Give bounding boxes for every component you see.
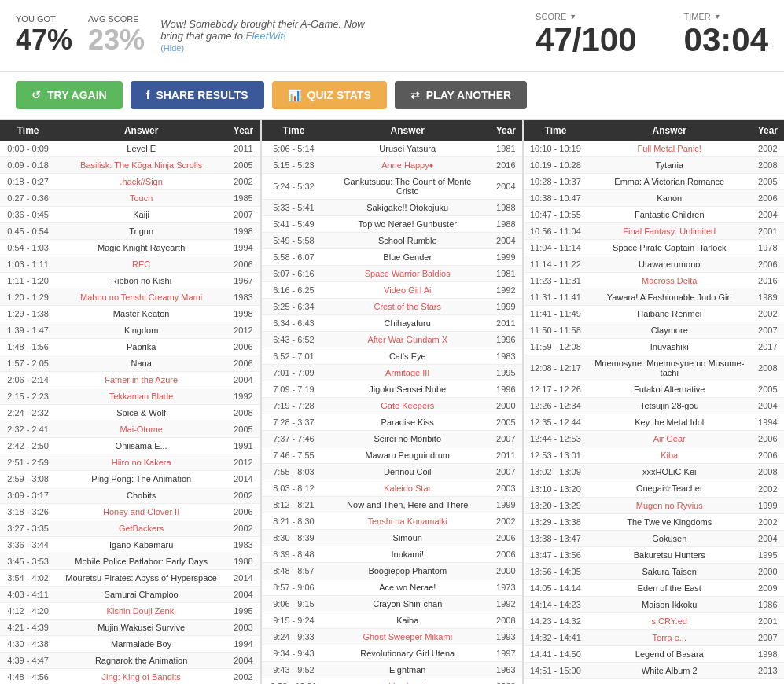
year-cell: 2008 [752,464,784,480]
table-row: 11:31 - 11:41Yawara! A Fashionable Judo … [524,289,784,306]
table-row: 8:30 - 8:39Simoun2006 [262,530,522,546]
answer-cell: Kishin Douji Zenki [56,603,226,620]
answer-cell: After War Gundam X [326,332,490,348]
time-cell: 2:51 - 2:59 [0,454,56,471]
table-row: 5:24 - 5:32Gankutsuou: The Count of Mont… [262,174,522,200]
answer-cell: Terra e... [587,630,752,646]
facebook-icon: f [146,89,150,101]
time-cell: 2:59 - 3:08 [0,471,56,487]
answer-cell: Bakuretsu Hunters [587,547,752,564]
you-got-value: 47% [16,24,72,57]
time-cell: 8:48 - 8:57 [262,563,326,579]
answer-cell: Mnemosyne: Mnemosyne no Musume-tachi [587,355,752,381]
time-cell: 0:36 - 0:45 [0,207,56,223]
column-group-2: Time Answer Year 5:06 - 5:14Urusei Yatsu… [262,120,522,684]
table-row: 8:57 - 9:06Ace wo Nerae!1973 [262,579,522,596]
year-cell: 1983 [226,289,260,306]
table-row: 5:41 - 5:49Top wo Nerae! Gunbuster1988 [262,216,522,233]
year-cell: 2006 [226,256,260,273]
answer-cell: Mouretsu Pirates: Abyss of Hyperspace [56,570,226,587]
year-cell: 1999 [752,498,784,514]
col2-time-header: Time [262,120,326,141]
year-cell: 1999 [490,299,522,315]
table-row: 12:17 - 12:26Futakoi Alternative2005 [524,381,784,398]
answer-cell: .hack//Sign [56,174,226,190]
answer-cell: Key the Metal Idol [587,414,752,431]
year-cell: 2007 [226,207,260,223]
table-row: 5:58 - 6:07Blue Gender1999 [262,249,522,266]
table-row: 14:14 - 14:23Maison Ikkoku1986 [524,597,784,613]
stats-icon: 📊 [288,89,301,101]
answer-cell: Samurai Champloo [56,587,226,603]
try-again-button[interactable]: ↺ TRY AGAIN [16,81,123,109]
table-row: 14:23 - 14:32s.CRY.ed2001 [524,613,784,630]
year-cell: 2004 [226,372,260,388]
table-row: 6:16 - 6:25Video Girl Ai1992 [262,282,522,299]
time-cell: 8:39 - 8:48 [262,546,326,563]
fleetwit-link[interactable]: FleetWit! [246,30,286,42]
year-cell: 2009 [752,580,784,597]
table-row: 1:20 - 1:29Mahou no Tenshi Creamy Mami19… [0,289,260,306]
answer-cell: Now and Then, Here and There [326,497,490,513]
time-cell: 13:02 - 13:09 [524,464,587,480]
time-cell: 0:54 - 1:03 [0,240,56,256]
year-cell: 2007 [490,431,522,447]
table-row: 2:51 - 2:59Hiiro no Kakera2012 [0,454,260,471]
hide-link[interactable]: (Hide) [160,43,184,53]
time-cell: 9:24 - 9:33 [262,629,326,645]
year-cell: 2006 [752,190,784,207]
table-row: 3:54 - 4:02Mouretsu Pirates: Abyss of Hy… [0,570,260,587]
year-cell: 1973 [490,579,522,596]
time-cell: 6:25 - 6:34 [262,299,326,315]
year-cell: 2000 [752,564,784,580]
answer-cell: Onegai☆Teacher [587,480,752,498]
answer-cell: Sakura Taisen [587,564,752,580]
table-row: 9:15 - 9:24Kaiba2008 [262,612,522,629]
answer-cell: Haibane Renmei [587,306,752,322]
table-row: 2:59 - 3:08Ping Pong: The Animation2014 [0,471,260,487]
time-cell: 12:35 - 12:44 [524,414,587,431]
answer-cell: Revolutionary Girl Utena [326,645,490,662]
answer-cell: Cat's Eye [326,348,490,365]
time-cell: 11:14 - 11:22 [524,256,587,273]
answer-cell: Mugen no Ryvius [587,498,752,514]
year-cell: 1989 [752,289,784,306]
time-cell: 14:41 - 14:50 [524,646,587,663]
answer-cell: Ghost Sweeper Mikami [326,629,490,645]
score-label: SCORE ▼ [536,12,636,21]
table-row: 9:34 - 9:43Revolutionary Girl Utena1997 [262,645,522,662]
year-cell: 1994 [226,240,260,256]
time-cell: 8:57 - 9:06 [262,579,326,596]
table-row: 10:47 - 10:55Fantastic Children2004 [524,207,784,223]
time-cell: 7:46 - 7:55 [262,447,326,464]
time-cell: 1:29 - 1:38 [0,306,56,322]
year-cell: 2005 [752,174,784,190]
answer-cell: Gankutsuou: The Count of Monte Cristo [326,174,490,200]
table-row: 12:35 - 12:44Key the Metal Idol1994 [524,414,784,431]
year-cell: 1995 [226,603,260,620]
year-cell: 2001 [752,613,784,630]
table-row: 8:12 - 8:21Now and Then, Here and There1… [262,497,522,513]
time-cell: 3:18 - 3:26 [0,504,56,520]
table-row: 2:42 - 2:50Oniisama E...1991 [0,438,260,454]
time-cell: 5:49 - 5:58 [262,233,326,249]
share-results-button[interactable]: f SHARE RESULTS [131,81,264,109]
answer-cell: Claymore [587,322,752,339]
year-cell: 1988 [490,216,522,233]
table-row: 8:48 - 8:57Boogiepop Phantom2000 [262,563,522,579]
table-row: 1:57 - 2:05Nana2006 [0,355,260,372]
table-row: 3:27 - 3:35GetBackers2002 [0,520,260,537]
year-cell: 2008 [490,612,522,629]
play-another-button[interactable]: ⇄ PLAY ANOTHER [395,81,527,109]
time-cell: 12:08 - 12:17 [524,355,587,381]
year-cell: 2004 [752,531,784,547]
time-cell: 11:31 - 11:41 [524,289,587,306]
table-row: 3:18 - 3:26Honey and Clover II2006 [0,504,260,520]
table-row: 14:51 - 15:00White Album 22013 [524,663,784,679]
answer-cell: Macross Delta [587,273,752,289]
answer-cell: White Album 2 [587,663,752,679]
quiz-stats-button[interactable]: 📊 QUIZ STATS [272,81,387,109]
table-row: 0:00 - 0:09Level E2011 [0,141,260,157]
year-cell: 1995 [752,547,784,564]
time-cell: 9:43 - 9:52 [262,662,326,678]
